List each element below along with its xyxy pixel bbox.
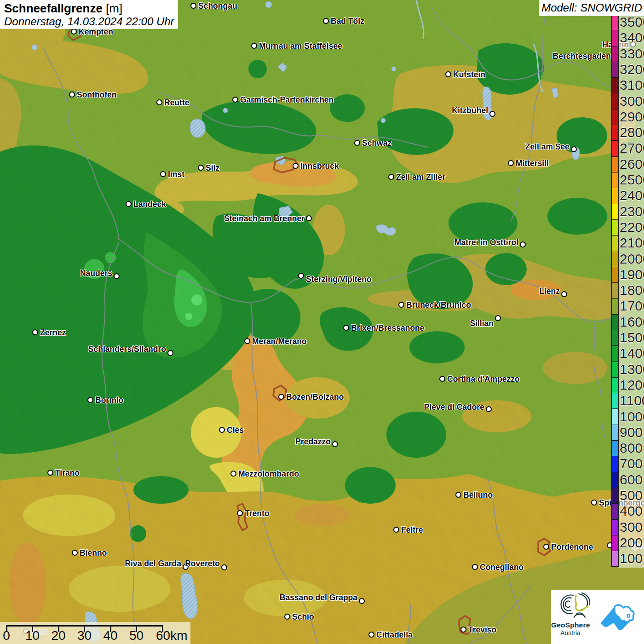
city-label: Brixen/Bressanone [351, 323, 425, 333]
city-label: Zell am Ziller [396, 172, 445, 182]
city-label: Landeck [133, 199, 166, 209]
city-marker [398, 302, 404, 308]
city-marker [460, 627, 466, 632]
city-marker [167, 350, 173, 356]
city-label: Pieve di Cadore [424, 402, 484, 412]
weather-map-page: SchongauBad TölzKemptenMurnau am Staffel… [0, 0, 644, 644]
city-label: Predazzo [295, 437, 331, 447]
city-marker [278, 394, 284, 400]
colorbar-cell-2100 [612, 235, 618, 251]
city-label: Zernez [40, 328, 66, 338]
model-label: Modell: SNOWGRID [539, 0, 644, 16]
city-label: Schio [292, 612, 314, 622]
city-label: Steinach am Brenner [224, 213, 305, 224]
map-datetime: Donnerstag, 14.03.2024 22:00 Uhr [4, 15, 173, 28]
city-label: Treviso [468, 625, 496, 635]
city-marker [472, 564, 478, 570]
colorbar-cell-200 [612, 535, 618, 551]
colorbar-cell-300 [612, 519, 618, 535]
colorbar-cell-2900 [612, 109, 618, 125]
city-marker [323, 18, 329, 24]
geosphere-logo-text: GeoSphere [551, 621, 590, 629]
city-label: Bruneck/Brunico [406, 300, 471, 310]
city-marker [114, 273, 120, 279]
city-label: Trento [245, 508, 269, 518]
colorbar-cell-400 [612, 503, 618, 519]
city-marker [508, 160, 514, 166]
city-marker [190, 3, 196, 9]
blue-mountain-icon [590, 590, 644, 644]
city-label: Sterzing/Vipiteno [306, 274, 372, 284]
city-marker [298, 273, 304, 279]
colorbar [611, 14, 619, 567]
colorbar-cell-900 [612, 425, 618, 440]
city-marker [160, 171, 166, 177]
city-label: Schwaz [362, 138, 391, 148]
city-marker [343, 325, 349, 331]
city-label: Innsbruck [300, 161, 339, 171]
city-label: Riva del Garda [125, 558, 181, 569]
colorbar-cell-1600 [612, 314, 618, 330]
city-label: Nauders [80, 268, 112, 278]
colorbar-cell-2300 [612, 204, 618, 219]
city-marker [87, 397, 93, 403]
map-unit: [m] [106, 1, 122, 15]
city-marker [439, 376, 445, 382]
city-marker [69, 92, 75, 98]
city-label: Bozen/Bolzano [286, 392, 344, 402]
city-label: Berchtesgaden [553, 51, 611, 61]
city-label: Lienz [539, 286, 560, 296]
city-marker [126, 201, 132, 207]
city-marker [455, 492, 461, 498]
city-label: Pordenone [551, 542, 593, 552]
city-marker [388, 174, 394, 180]
city-layer: SchongauBad TölzKemptenMurnau am Staffel… [0, 0, 644, 644]
city-label: Rovereto [185, 558, 220, 569]
scalebar-label: 60km [156, 628, 207, 643]
city-marker [571, 146, 577, 152]
city-marker [489, 111, 495, 117]
city-marker [219, 427, 225, 433]
geosphere-contour-icon [551, 590, 590, 619]
scalebar-label: 50 [118, 628, 155, 643]
city-marker [293, 163, 299, 169]
colorbar-cell-1700 [612, 298, 618, 314]
city-label: Imst [168, 169, 184, 179]
colorbar-cell-2000 [612, 251, 618, 266]
city-marker [359, 598, 365, 604]
geosphere-logo-subtext: Austria [551, 629, 590, 637]
colorbar-cell-2200 [612, 219, 618, 235]
city-marker [244, 338, 250, 344]
city-label: Matrei in Osttirol [454, 237, 518, 247]
colorbar-cell-2600 [612, 156, 618, 172]
colorbar-cell-1800 [612, 282, 618, 298]
colorbar-cell-100 [612, 551, 618, 566]
city-marker [198, 165, 204, 171]
colorbar-cell-600 [612, 472, 618, 488]
city-label: Cortina d'Ampezzo [447, 374, 520, 384]
city-marker [368, 632, 374, 638]
colorbar-cell-3500 [612, 14, 618, 30]
city-marker [284, 614, 290, 620]
city-marker [71, 29, 77, 34]
city-marker [251, 43, 257, 49]
city-marker [393, 527, 399, 533]
mountain-logo [590, 590, 644, 644]
city-label: Schongau [198, 1, 237, 11]
scale-bar: 0102030405060km [0, 622, 190, 644]
city-label: Silz [206, 163, 219, 173]
colorbar-cell-1900 [612, 267, 618, 282]
colorbar-cell-2700 [612, 140, 618, 156]
colorbar-cell-1200 [612, 377, 618, 393]
map-title: Schneefallgrenze [4, 1, 103, 15]
colorbar-cell-2400 [612, 188, 618, 203]
colorbar-cell-3100 [612, 77, 618, 93]
city-label: Garmisch-Partenkirchen [240, 95, 334, 105]
colorbar-cell-1300 [612, 362, 618, 377]
colorbar-cell-1000 [612, 408, 618, 424]
colorbar-cell-700 [612, 456, 618, 472]
city-label: Cittadella [376, 630, 413, 640]
city-marker [47, 470, 53, 476]
city-marker [332, 441, 338, 447]
city-marker [32, 329, 38, 335]
